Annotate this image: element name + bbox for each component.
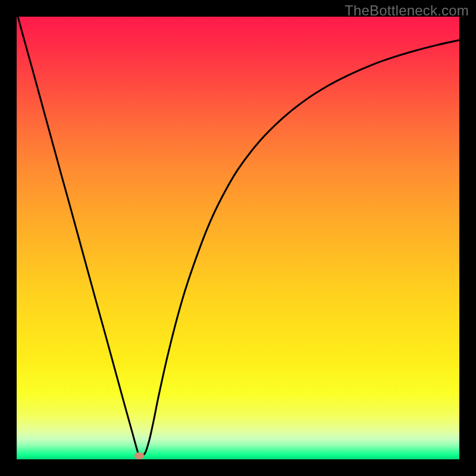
plot-area <box>17 17 459 459</box>
curve-layer <box>17 17 459 459</box>
watermark-text: TheBottleneck.com <box>345 2 469 19</box>
chart-frame: TheBottleneck.com <box>0 0 476 476</box>
optimum-marker <box>134 452 144 459</box>
bottleneck-curve <box>17 17 459 456</box>
